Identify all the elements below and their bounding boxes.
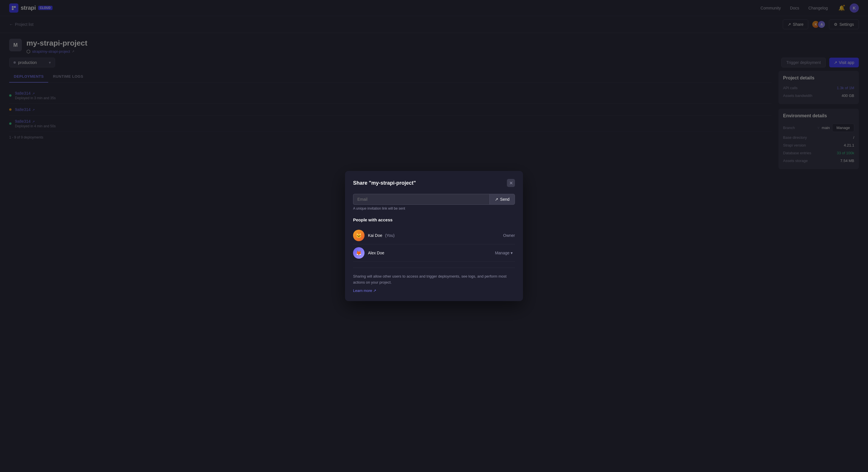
- people-with-access-title: People with access: [353, 217, 515, 222]
- modal-title: Share "my-strapi-project": [353, 180, 416, 186]
- send-icon: ↗: [495, 197, 498, 202]
- modal-overlay[interactable]: Share "my-strapi-project" ✕ ↗ Send A uni…: [0, 0, 868, 472]
- avatar-alex-doe: 🦊: [353, 247, 365, 259]
- email-row: ↗ Send: [353, 194, 515, 205]
- share-info-text: Sharing will allow other users to access…: [353, 274, 515, 285]
- share-info: Sharing will allow other users to access…: [353, 268, 515, 293]
- manage-dropdown-alex[interactable]: Manage ▾: [493, 249, 515, 256]
- person-name-alex: Alex Doe: [368, 250, 489, 255]
- email-input[interactable]: [353, 194, 489, 205]
- person-name-kai: Kai Doe (You): [368, 233, 500, 238]
- send-button[interactable]: ↗ Send: [489, 194, 515, 205]
- modal-header: Share "my-strapi-project" ✕: [353, 179, 515, 187]
- share-modal: Share "my-strapi-project" ✕ ↗ Send A uni…: [345, 171, 523, 301]
- email-hint: A unique invitation link will be sent: [353, 206, 515, 210]
- avatar-kai-doe: 🐱: [353, 230, 365, 241]
- modal-close-button[interactable]: ✕: [507, 179, 515, 187]
- person-row-kai: 🐱 Kai Doe (You) Owner: [353, 227, 515, 244]
- external-link-icon: ↗: [373, 289, 376, 293]
- learn-more-link[interactable]: Learn more ↗: [353, 289, 376, 293]
- person-role-kai: Owner: [503, 233, 515, 238]
- person-row-alex: 🦊 Alex Doe Manage ▾: [353, 244, 515, 262]
- chevron-down-icon: ▾: [510, 250, 513, 255]
